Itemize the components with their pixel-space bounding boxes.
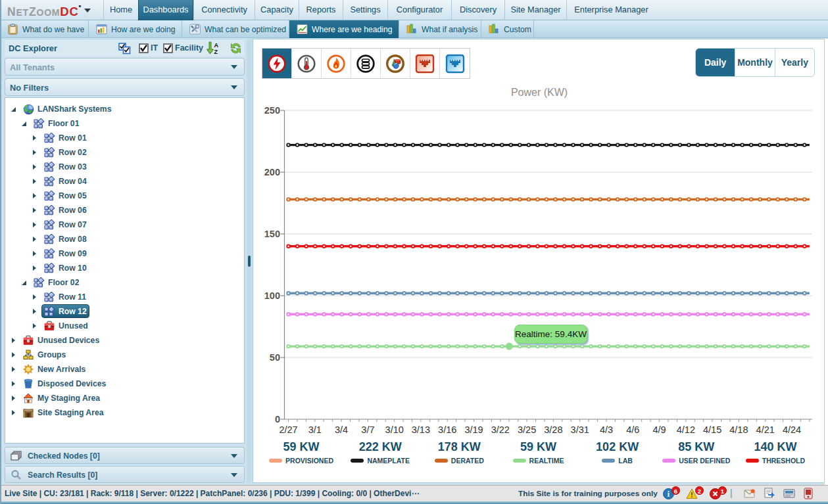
- svg-text:3/10: 3/10: [385, 424, 404, 435]
- svg-text:250: 250: [264, 105, 280, 116]
- svg-text:3/7: 3/7: [361, 424, 374, 435]
- svg-text:50: 50: [270, 352, 280, 363]
- svg-text:3/19: 3/19: [464, 424, 483, 435]
- svg-text:4/15: 4/15: [703, 424, 721, 435]
- svg-text:Z: Z: [214, 49, 218, 55]
- svg-text:200: 200: [264, 167, 280, 177]
- svg-text:4/24: 4/24: [783, 424, 801, 435]
- svg-text:4/3: 4/3: [600, 424, 613, 435]
- svg-text:3/13: 3/13: [412, 424, 430, 435]
- svg-text:2/27: 2/27: [279, 424, 297, 435]
- svg-text:A: A: [214, 42, 219, 49]
- svg-text:4/18: 4/18: [729, 424, 748, 435]
- svg-text:4/12: 4/12: [677, 424, 695, 435]
- svg-text:3/31: 3/31: [571, 424, 589, 435]
- svg-text:3/1: 3/1: [308, 424, 322, 435]
- svg-text:!: !: [691, 492, 693, 499]
- svg-text:3/22: 3/22: [491, 424, 510, 435]
- svg-text:4/21: 4/21: [756, 424, 775, 435]
- svg-text:4/6: 4/6: [626, 424, 639, 435]
- svg-text:3/28: 3/28: [544, 424, 562, 435]
- svg-text:4/9: 4/9: [653, 424, 666, 435]
- svg-text:0: 0: [275, 414, 280, 424]
- svg-text:3/16: 3/16: [438, 424, 456, 435]
- svg-text:3/25: 3/25: [518, 424, 536, 435]
- svg-text:100: 100: [264, 290, 280, 301]
- svg-text:3/4: 3/4: [335, 424, 348, 435]
- svg-text:150: 150: [264, 229, 280, 239]
